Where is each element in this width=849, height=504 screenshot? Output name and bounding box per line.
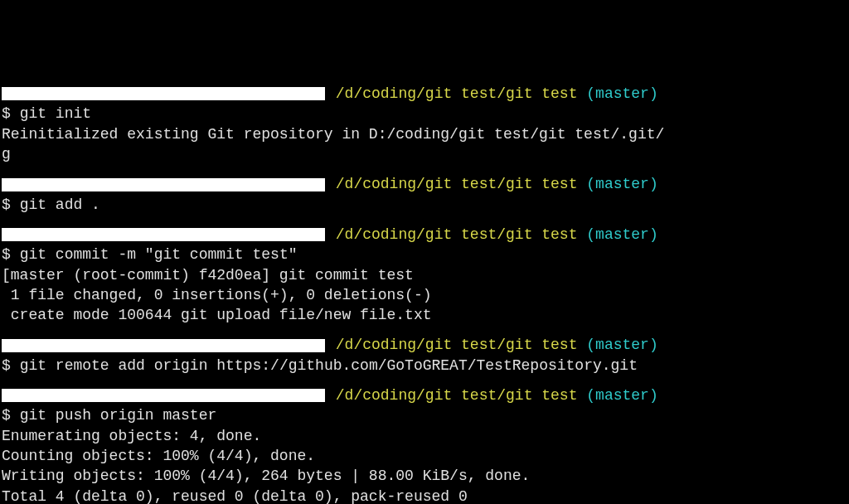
prompt-symbol: $ <box>2 246 11 263</box>
redacted-user-host <box>2 178 325 191</box>
output-line: g <box>2 144 847 164</box>
cwd-path: /d/coding/git test/git test <box>336 176 578 192</box>
command-text: git remote add origin https://github.com… <box>20 357 638 374</box>
blank-line <box>2 325 847 335</box>
git-branch: (master) <box>586 387 657 404</box>
cwd-path: /d/coding/git test/git test <box>336 226 578 243</box>
cwd-path: /d/coding/git test/git test <box>336 85 578 102</box>
git-branch: (master) <box>586 226 657 243</box>
git-branch: (master) <box>586 85 657 102</box>
output-line: Writing objects: 100% (4/4), 264 bytes |… <box>2 466 847 486</box>
redacted-user-host <box>2 389 325 402</box>
prompt-symbol: $ <box>2 105 11 122</box>
prompt-line: /d/coding/git test/git test (master) <box>2 225 847 245</box>
prompt-line: /d/coding/git test/git test (master) <box>2 174 847 194</box>
prompt-symbol: $ <box>2 357 11 374</box>
blank-line <box>2 164 847 174</box>
command-line[interactable]: $ git push origin master <box>2 405 847 425</box>
output-line: Total 4 (delta 0), reused 0 (delta 0), p… <box>2 487 847 504</box>
command-line[interactable]: $ git remote add origin https://github.c… <box>2 356 847 376</box>
command-text: git init <box>20 105 91 122</box>
redacted-user-host <box>2 87 325 100</box>
redacted-user-host <box>2 228 325 241</box>
terminal-session[interactable]: /d/coding/git test/git test (master)$ gi… <box>2 84 847 504</box>
prompt-line: /d/coding/git test/git test (master) <box>2 335 847 355</box>
redacted-user-host <box>2 339 325 352</box>
output-line: create mode 100644 git upload file/new f… <box>2 305 847 325</box>
cwd-path: /d/coding/git test/git test <box>336 337 578 353</box>
prompt-symbol: $ <box>2 196 11 213</box>
command-line[interactable]: $ git add . <box>2 195 847 215</box>
blank-line <box>2 215 847 225</box>
command-text: git commit -m "git commit test" <box>20 246 298 263</box>
output-line: Reinitialized existing Git repository in… <box>2 124 847 144</box>
command-line[interactable]: $ git init <box>2 104 847 124</box>
cwd-path: /d/coding/git test/git test <box>336 387 578 404</box>
command-text: git add . <box>20 196 100 213</box>
git-branch: (master) <box>586 337 657 353</box>
prompt-symbol: $ <box>2 407 11 424</box>
prompt-line: /d/coding/git test/git test (master) <box>2 84 847 104</box>
git-branch: (master) <box>586 176 657 192</box>
command-line[interactable]: $ git commit -m "git commit test" <box>2 245 847 264</box>
blank-line <box>2 376 847 385</box>
output-line: [master (root-commit) f42d0ea] git commi… <box>2 265 847 285</box>
output-line: 1 file changed, 0 insertions(+), 0 delet… <box>2 285 847 305</box>
output-line: Counting objects: 100% (4/4), done. <box>2 446 847 466</box>
output-line: Enumerating objects: 4, done. <box>2 426 847 446</box>
prompt-line: /d/coding/git test/git test (master) <box>2 385 847 405</box>
command-text: git push origin master <box>20 407 217 424</box>
